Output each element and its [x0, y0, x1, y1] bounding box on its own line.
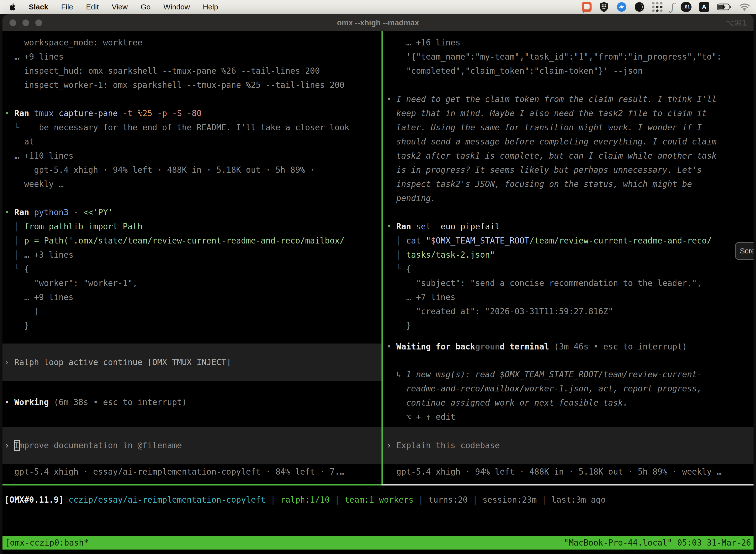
ralph-loop-banner: › Ralph loop active continue [OMX_TMUX_I…: [2, 343, 381, 381]
messenger-icon[interactable]: [616, 2, 627, 12]
minimize-button[interactable]: [22, 19, 29, 26]
close-button[interactable]: [9, 19, 16, 26]
terminal-line: [383, 205, 754, 219]
terminal-line: later. Using the same for transition mig…: [383, 120, 754, 134]
terminal-line: readme-and-reco/mailbox/worker-1.json, a…: [383, 382, 754, 396]
menu-item-window[interactable]: Window: [157, 3, 196, 11]
terminal-line: weekly …: [2, 177, 381, 191]
dots-grid-icon[interactable]: [652, 2, 663, 12]
zoom-button[interactable]: [35, 19, 42, 26]
terminal-line: [383, 78, 754, 92]
terminal-line: workspace_mode: worktree: [2, 36, 381, 50]
terminal-line: • Ran set -euo pipefail: [383, 219, 754, 233]
terminal-line: │ from pathlib import Path: [2, 219, 381, 233]
left-prompt-input[interactable]: › Improve documentation in @filename: [2, 427, 381, 464]
terminal-line: • Ran python3 - <<'PY': [2, 205, 381, 219]
terminal-line: │ … +3 lines: [2, 248, 381, 262]
left-pane-border: [2, 484, 381, 486]
menu-items: FileEditViewGoWindowHelp: [55, 3, 225, 11]
s-curve-icon[interactable]: ʃ: [671, 2, 673, 12]
terminal-line: pending.: [383, 191, 754, 205]
terminal-line: }: [2, 319, 381, 333]
terminal-window: omx --xhigh --madmax ⌥⌘1 workspace_mode:…: [2, 14, 754, 554]
terminal-line: ]: [2, 304, 381, 319]
terminal-line: [2, 191, 381, 205]
terminal-line: }: [383, 319, 754, 333]
right-prompt-input[interactable]: › Explain this codebase: [383, 427, 754, 464]
terminal-line: keep that in mind. Maybe I also need the…: [383, 106, 754, 120]
terminal-line: inspect task2's JSON, focusing on the st…: [383, 177, 754, 191]
terminal-line: › Ralph loop active continue [OMX_TMUX_I…: [2, 355, 381, 369]
right-scrollback: … +16 lines '{"team_name":"my-team","tas…: [383, 31, 754, 333]
left-terminal-pane[interactable]: workspace_mode: worktree … +9 lines insp…: [2, 31, 381, 484]
traffic-lights: [2, 19, 42, 26]
menu-item-help[interactable]: Help: [196, 3, 225, 11]
mailbox-notification: continue assigned work or next feasible …: [383, 396, 754, 410]
terminal-line: gpt-5.4 xhigh · 94% left · 488K in · 5.1…: [2, 163, 381, 177]
menu-item-view[interactable]: View: [105, 3, 134, 11]
terminal-line: • Working (6m 38s • esc to interrupt): [2, 395, 381, 409]
battery-icon[interactable]: [717, 2, 732, 12]
apple-menu[interactable]: [7, 3, 19, 11]
terminal-line: ↳ 1 new msg(s): read $OMX_TEAM_STATE_ROO…: [383, 367, 754, 382]
terminal-line: … +7 lines: [383, 290, 754, 304]
terminal-line: task2 after task1 is complete, but can I…: [383, 149, 754, 163]
edit-hint: ⌥ + ↑ edit: [383, 410, 754, 424]
wifi-icon[interactable]: [739, 2, 750, 12]
terminal-line: gpt-5.4 xhigh · 94% left · 488K in · 5.1…: [383, 465, 754, 479]
badge-61-icon[interactable]: ..61: [681, 2, 692, 12]
left-session-statusline: gpt-5.4 xhigh · essay/ai-reimplementatio…: [2, 465, 381, 479]
window-titlebar[interactable]: omx --xhigh --madmax ⌥⌘1: [2, 14, 754, 31]
terminal-line: └ {: [2, 262, 381, 276]
omx-status-line: [OMX#0.11.9] cczip/essay/ai-reimplementa…: [4, 493, 754, 507]
terminal-line: [2, 92, 381, 106]
terminal-line: "completed","claim_token":"claim-token"}…: [383, 64, 754, 78]
terminal-line: … +16 lines: [383, 36, 754, 50]
menu-item-app[interactable]: Slack: [22, 3, 55, 11]
menu-bar: Slack FileEditViewGoWindowHelp ʃ ..61 A: [0, 0, 756, 14]
window-shortcut-hint: ⌥⌘1: [726, 18, 754, 27]
terminal-line: … +110 lines: [2, 149, 381, 163]
input-source-icon[interactable]: A: [699, 2, 709, 12]
terminal-line: inspect_hud: omx sparkshell --tmux-pane …: [2, 64, 381, 78]
right-waiting-status: • Waiting for background terminal (3m 46…: [383, 340, 754, 354]
right-session-statusline: gpt-5.4 xhigh · 94% left · 488K in · 5.1…: [383, 465, 754, 479]
terminal-line: └ be necessary for the end of the README…: [2, 120, 381, 134]
terminal-line: … +9 lines: [2, 50, 381, 64]
mailbox-notification: readme-and-reco/mailbox/worker-1.json, a…: [383, 382, 754, 396]
terminal-line: gpt-5.4 xhigh · essay/ai-reimplementatio…: [2, 465, 381, 479]
menu-item-edit[interactable]: Edit: [80, 3, 106, 11]
menu-item-go[interactable]: Go: [134, 3, 157, 11]
terminal-line: inspect_worker-1: omx sparkshell --tmux-…: [2, 78, 381, 92]
terminal-line: "created_at": "2026-03-31T11:59:27.816Z": [383, 304, 754, 319]
terminal-line: │ p = Path('.omx/state/team/review-curre…: [2, 233, 381, 248]
terminal-line: │ cat "$OMX_TEAM_STATE_ROOT/team/review-…: [383, 233, 754, 248]
right-pane-border: [381, 484, 754, 486]
terminal-line: "subject": "send a concise recommendatio…: [383, 276, 754, 290]
moon-app-icon[interactable]: [634, 2, 645, 12]
tmux-status-bar: [omx-cczip0:bash* "MacBook-Pro-44.local"…: [2, 536, 754, 550]
terminal-line: ⌥ + ↑ edit: [383, 410, 754, 424]
screenshot-app-icon[interactable]: [582, 2, 591, 12]
terminal-line: is in progress? It seems likely but perh…: [383, 163, 754, 177]
terminal-line: │ tasks/task-2.json": [383, 248, 754, 262]
apple-icon: [10, 3, 17, 11]
right-terminal-pane[interactable]: … +16 lines '{"team_name":"my-team","tas…: [383, 31, 754, 484]
terminal-line: └ {: [383, 262, 754, 276]
mailbox-notification: ↳ 1 new msg(s): read $OMX_TEAM_STATE_ROO…: [383, 367, 754, 382]
shield-grid-icon[interactable]: [599, 2, 609, 12]
terminal-line: › Explain this codebase: [383, 438, 754, 452]
pane-divider[interactable]: [381, 31, 383, 484]
tmux-session-label[interactable]: [omx-cczip0:bash*: [5, 538, 89, 548]
left-working-status: • Working (6m 38s • esc to interrupt): [2, 395, 381, 409]
terminal-line: at: [2, 134, 381, 149]
left-scrollback: workspace_mode: worktree … +9 lines insp…: [2, 31, 381, 333]
tmux-host-clock: "MacBook-Pro-44.local" 05:03 31-Mar-26: [564, 538, 751, 548]
menu-item-file[interactable]: File: [55, 3, 79, 11]
window-title: omx --xhigh --madmax: [337, 18, 419, 27]
screen-popup[interactable]: Scre: [735, 242, 754, 260]
terminal-line: '{"team_name":"my-team","task_id":"1","f…: [383, 50, 754, 64]
terminal-line: "worker": "worker-1",: [2, 276, 381, 290]
terminal-line: • Ran tmux capture-pane -t %25 -p -S -80: [2, 106, 381, 120]
terminal-line: should send a message before completing …: [383, 134, 754, 149]
